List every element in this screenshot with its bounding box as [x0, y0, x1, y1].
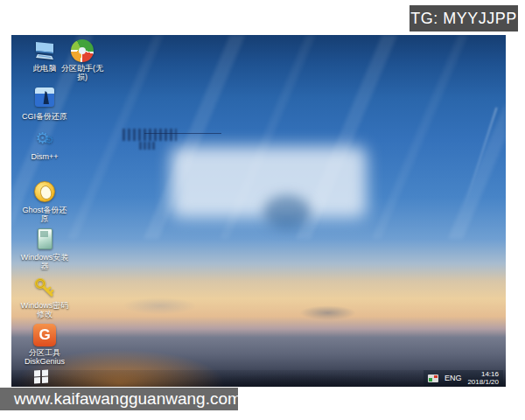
- start-button[interactable]: [34, 369, 48, 383]
- tray-clock[interactable]: 14:16 2018/1/20: [467, 370, 499, 386]
- language-indicator[interactable]: ENG: [444, 374, 462, 382]
- icon-label-line2: DiskGenius: [20, 357, 69, 366]
- desktop-icon-windows-installer[interactable]: Windows安装器: [20, 228, 69, 270]
- system-tray: ENG 14:16 2018/1/20: [424, 370, 503, 386]
- windows-pe-desktop: 此电脑 分区助手(无损) CGI备份还原 ⚙⚙ Dism++ Ghost备份还原…: [11, 35, 506, 387]
- icon-label: Dism++: [31, 152, 58, 161]
- icon-label: 分区助手(无损): [61, 64, 103, 81]
- desktop-icon-diskgenius[interactable]: G 分区工具 DiskGenius: [20, 324, 69, 366]
- tray-date: 2018/1/20: [467, 378, 499, 386]
- tray-time: 14:16: [467, 370, 499, 378]
- ime-keyboard-icon[interactable]: [428, 374, 438, 382]
- screenshot-root: TG: MYYJJPP 此电脑 分区助手(无损): [0, 0, 525, 420]
- blurred-blob: [263, 195, 311, 228]
- cgi-backup-icon: [35, 88, 54, 107]
- icon-label: 此电脑: [33, 64, 57, 73]
- icon-label: Windows密码修改: [21, 301, 69, 318]
- icon-label: CGI备份还原: [22, 112, 67, 121]
- blurred-watermark: [122, 129, 177, 141]
- desktop-icon-ghost-backup[interactable]: Ghost备份还原: [20, 180, 69, 223]
- desktop-icon-cgi-backup[interactable]: CGI备份还原: [20, 86, 69, 121]
- windows-installer-icon: [38, 228, 52, 249]
- tg-contact-badge: TG: MYYJJPP: [410, 5, 518, 32]
- icon-label: 分区工具: [29, 348, 60, 357]
- desktop-icon-dism[interactable]: ⚙⚙ Dism++: [20, 128, 69, 161]
- ghost-backup-icon: [34, 181, 55, 202]
- taskbar: ENG 14:16 2018/1/20: [11, 370, 506, 387]
- website-url-badge: www.kaifawangguanwang.com: [0, 388, 238, 410]
- diskgenius-icon: G: [33, 324, 56, 346]
- desktop-icon-windows-password[interactable]: Windows密码修改: [20, 276, 69, 318]
- partition-assistant-icon: [71, 39, 94, 62]
- blurred-watermark-line2: [139, 142, 155, 150]
- icon-label: Ghost备份还原: [22, 206, 66, 223]
- watermark-strike-line: [144, 133, 221, 134]
- windows-logo-icon: [34, 370, 40, 376]
- desktop-icon-partition-assistant[interactable]: 分区助手(无损): [58, 39, 107, 81]
- this-pc-icon: [33, 39, 56, 62]
- key-icon: [33, 276, 56, 299]
- dism-gears-icon: ⚙⚙: [33, 128, 56, 150]
- icon-label: Windows安装器: [21, 253, 69, 270]
